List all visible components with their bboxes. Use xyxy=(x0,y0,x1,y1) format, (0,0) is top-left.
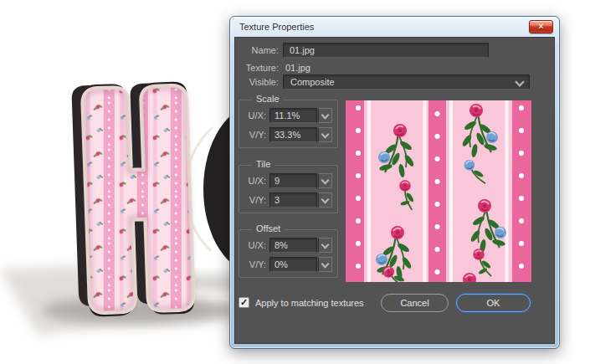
tile-legend: Tile xyxy=(252,159,274,169)
tile-group: Tile U/X: 9 V/Y: 3 xyxy=(239,165,338,213)
dialog-panel: Name: Texture: 01.jpg Visible: Composite… xyxy=(234,37,555,344)
visible-label: Visible: xyxy=(235,77,279,87)
offset-vy-dropdown-button[interactable] xyxy=(318,257,332,272)
ok-button[interactable]: OK xyxy=(456,294,531,312)
screenshot-stage: Texture Properties × Name: Texture: 01.j… xyxy=(0,0,590,364)
offset-vy-field[interactable]: 0% xyxy=(269,257,317,272)
cancel-button-label: Cancel xyxy=(400,298,428,308)
offset-ux-label: U/X: xyxy=(243,240,266,250)
scale-vy-dropdown-button[interactable] xyxy=(318,127,332,142)
chevron-down-icon xyxy=(321,130,330,138)
offset-group: Offset U/X: 8% V/Y: 0% xyxy=(239,229,338,278)
tile-ux-dropdown-button[interactable] xyxy=(318,173,332,188)
scale-ux-label: U/X: xyxy=(243,110,266,120)
cancel-button[interactable]: Cancel xyxy=(381,294,449,312)
letter-h xyxy=(71,81,195,317)
offset-vy-label: V/Y: xyxy=(243,259,266,269)
scale-legend: Scale xyxy=(252,94,284,104)
chevron-down-icon xyxy=(321,240,330,249)
texture-properties-dialog: Texture Properties × Name: Texture: 01.j… xyxy=(229,16,560,349)
scale-ux-dropdown-button[interactable] xyxy=(318,108,332,123)
close-button[interactable]: × xyxy=(529,20,553,33)
tile-ux-label: U/X: xyxy=(243,176,266,186)
tile-vy-label: V/Y: xyxy=(243,195,266,205)
chevron-down-icon xyxy=(515,77,524,86)
ok-button-label: OK xyxy=(487,298,500,308)
texture-value: 01.jpg xyxy=(285,63,310,73)
visible-dropdown[interactable]: Composite xyxy=(283,74,530,90)
offset-legend: Offset xyxy=(252,223,285,233)
apply-matching-checkbox[interactable]: ✓ xyxy=(239,297,249,308)
texture-label: Texture: xyxy=(235,63,279,73)
texture-preview xyxy=(346,100,531,282)
scale-group: Scale U/X: 11.1% V/Y: 33.3% xyxy=(239,100,338,148)
tile-ux-field[interactable]: 9 xyxy=(269,173,317,188)
chevron-down-icon xyxy=(321,176,330,184)
chevron-down-icon xyxy=(321,195,330,203)
name-label: Name: xyxy=(235,45,279,55)
apply-matching-label: Apply to matching textures xyxy=(255,298,364,308)
chevron-down-icon xyxy=(321,259,330,268)
title-bar[interactable]: Texture Properties × xyxy=(230,17,559,37)
scale-ux-field[interactable]: 11.1% xyxy=(269,108,317,123)
offset-ux-field[interactable]: 8% xyxy=(269,238,317,253)
check-icon: ✓ xyxy=(240,297,248,307)
dialog-title: Texture Properties xyxy=(239,22,314,32)
offset-ux-dropdown-button[interactable] xyxy=(318,238,332,253)
floral-pattern-image xyxy=(346,100,531,282)
tile-vy-dropdown-button[interactable] xyxy=(318,192,332,208)
scale-vy-label: V/Y: xyxy=(243,130,266,140)
close-icon: × xyxy=(539,22,544,31)
name-input[interactable] xyxy=(283,43,489,58)
scale-vy-field[interactable]: 33.3% xyxy=(269,127,317,142)
tile-vy-field[interactable]: 3 xyxy=(269,192,317,208)
visible-dropdown-value: Composite xyxy=(290,77,335,87)
chevron-down-icon xyxy=(321,110,330,119)
